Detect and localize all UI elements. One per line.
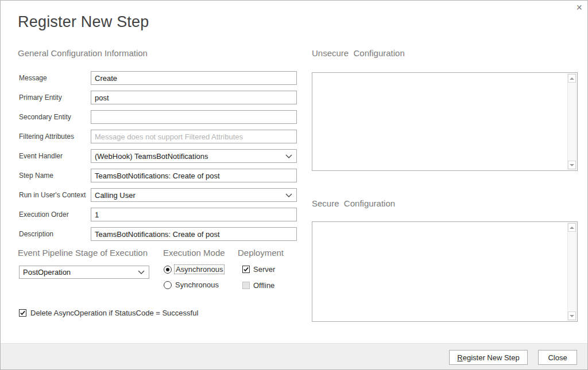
secondary-entity-row: Secondary Entity bbox=[19, 110, 297, 124]
execution-order-label: Execution Order bbox=[19, 208, 69, 221]
event-pipeline-stage-heading: Event Pipeline Stage of Execution bbox=[18, 248, 148, 258]
secondary-entity-label: Secondary Entity bbox=[19, 110, 71, 124]
general-config-heading: General Configuration Information bbox=[18, 48, 148, 58]
filtering-attributes-label: Filtering Attributes bbox=[19, 130, 74, 143]
scroll-down-button[interactable] bbox=[568, 311, 576, 320]
checkbox-disabled-icon bbox=[242, 282, 250, 289]
checkbox-delete-asyncoperation[interactable]: Delete AsyncOperation if StatusCode = Su… bbox=[19, 309, 198, 317]
scroll-down-button[interactable] bbox=[568, 161, 576, 169]
register-new-step-dialog: × Register New Step General Configuratio… bbox=[0, 0, 588, 370]
scroll-up-icon bbox=[570, 77, 574, 80]
scrollbar-track[interactable] bbox=[568, 232, 576, 311]
description-input[interactable] bbox=[91, 227, 297, 241]
pipeline-stage-dropdown[interactable]: PostOperation bbox=[19, 266, 149, 279]
checkbox-checked-icon bbox=[19, 309, 26, 317]
close-button[interactable]: Close bbox=[538, 350, 577, 365]
secondary-entity-input[interactable] bbox=[91, 110, 297, 124]
checkbox-offline[interactable]: Offline bbox=[242, 281, 274, 290]
primary-entity-label: Primary Entity bbox=[19, 91, 62, 104]
radio-selected-icon bbox=[164, 266, 172, 274]
scrollbar[interactable] bbox=[567, 73, 577, 170]
run-in-users-context-row: Run in User's Context Calling User bbox=[19, 188, 297, 202]
radio-synchronous-label: Synchronous bbox=[175, 281, 219, 289]
unsecure-config-heading: Unsecure Configuration bbox=[312, 48, 405, 58]
step-name-input[interactable] bbox=[91, 169, 297, 182]
scrollbar-track[interactable] bbox=[568, 83, 576, 161]
message-label: Message bbox=[19, 71, 47, 85]
event-handler-value: (WebHook) TeamsBotNotifications bbox=[95, 152, 208, 161]
radio-synchronous[interactable]: Synchronous bbox=[164, 281, 219, 289]
deployment-heading: Deployment bbox=[238, 248, 284, 258]
primary-entity-row: Primary Entity bbox=[19, 91, 297, 104]
checkbox-server-label: Server bbox=[253, 265, 275, 274]
unsecure-configuration-textarea[interactable] bbox=[312, 72, 578, 171]
scroll-up-button[interactable] bbox=[568, 223, 576, 232]
execution-mode-heading: Execution Mode bbox=[163, 248, 225, 258]
secure-config-heading: Secure Configuration bbox=[312, 198, 395, 208]
message-input[interactable] bbox=[91, 71, 297, 85]
radio-asynchronous[interactable]: Asynchronous bbox=[164, 264, 225, 274]
chevron-down-icon bbox=[285, 154, 292, 158]
filtering-attributes-input[interactable] bbox=[91, 130, 297, 143]
filtering-attributes-row: Filtering Attributes bbox=[19, 130, 297, 143]
close-icon[interactable]: × bbox=[576, 2, 582, 13]
scroll-up-icon bbox=[570, 227, 574, 229]
close-button-label: Close bbox=[548, 353, 567, 362]
checkbox-offline-label: Offline bbox=[253, 281, 274, 290]
checkbox-server[interactable]: Server bbox=[242, 265, 275, 274]
pipeline-stage-value: PostOperation bbox=[23, 268, 71, 276]
register-new-step-button[interactable]: Register New Step bbox=[449, 350, 528, 365]
radio-unselected-icon bbox=[164, 281, 172, 289]
description-label: Description bbox=[19, 227, 53, 241]
execution-order-row: Execution Order bbox=[19, 208, 297, 221]
chevron-down-icon bbox=[285, 193, 292, 197]
scroll-down-icon bbox=[570, 315, 574, 317]
event-handler-dropdown[interactable]: (WebHook) TeamsBotNotifications bbox=[91, 149, 297, 163]
scroll-up-button[interactable] bbox=[568, 74, 576, 83]
register-button-label: egister New Step bbox=[463, 353, 520, 362]
primary-entity-input[interactable] bbox=[91, 91, 297, 104]
chevron-down-icon bbox=[138, 270, 145, 274]
run-in-users-context-value: Calling User bbox=[95, 191, 136, 200]
run-in-users-context-label: Run in User's Context bbox=[19, 188, 86, 202]
radio-asynchronous-label: Asynchronous bbox=[174, 264, 225, 274]
description-row: Description bbox=[19, 227, 297, 241]
dialog-title: Register New Step bbox=[18, 13, 149, 31]
register-button-mnemonic: R bbox=[457, 353, 462, 362]
message-row: Message bbox=[19, 71, 297, 85]
scroll-down-icon bbox=[570, 164, 574, 166]
step-name-label: Step Name bbox=[19, 169, 53, 182]
step-name-row: Step Name bbox=[19, 169, 297, 182]
secure-configuration-textarea[interactable] bbox=[312, 221, 578, 322]
event-handler-label: Event Handler bbox=[19, 149, 63, 163]
scrollbar[interactable] bbox=[567, 223, 577, 321]
run-in-users-context-dropdown[interactable]: Calling User bbox=[91, 188, 297, 202]
delete-asyncoperation-label: Delete AsyncOperation if StatusCode = Su… bbox=[30, 309, 198, 317]
event-handler-row: Event Handler (WebHook) TeamsBotNotifica… bbox=[19, 149, 297, 163]
checkbox-checked-icon bbox=[242, 266, 250, 273]
execution-order-input[interactable] bbox=[91, 208, 297, 221]
